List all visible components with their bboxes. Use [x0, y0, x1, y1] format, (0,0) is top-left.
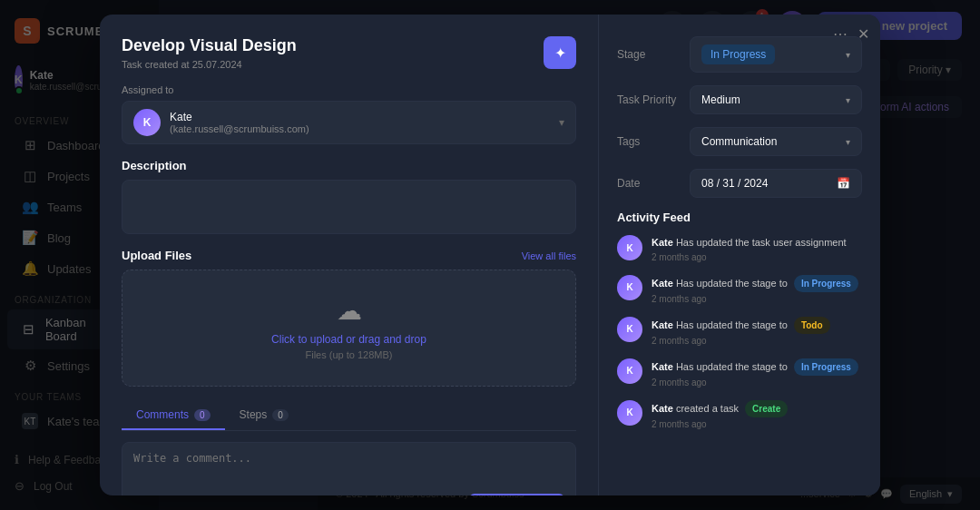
description-section: Description — [122, 159, 576, 234]
assigned-label: Assigned to — [122, 84, 576, 95]
assignee-avatar: K — [133, 109, 161, 136]
modal-overlay[interactable]: Develop Visual Design Task created at 25… — [0, 0, 980, 510]
activity-pill-inprogress: In Progress — [794, 275, 858, 292]
activity-time: 2 months ago — [652, 378, 862, 387]
modal: Develop Visual Design Task created at 25… — [100, 15, 880, 495]
tags-value: Communication — [701, 135, 777, 148]
date-value: 08 / 31 / 2024 — [701, 177, 768, 190]
assignee-info: Kate (kate.russell@scrumbuiss.com) — [170, 111, 309, 134]
activity-item-5: K Kate created a task Create 2 months ag… — [617, 400, 862, 429]
activity-label: Activity Feed — [617, 211, 862, 224]
activity-avatar: K — [617, 235, 642, 260]
activity-avatar: K — [617, 275, 642, 300]
activity-text: Kate Has updated the task user assignmen… — [652, 235, 862, 250]
comments-badge: 0 — [194, 409, 211, 421]
activity-content: Kate Has updated the task user assignmen… — [652, 235, 862, 262]
upload-label: Upload Files — [122, 249, 191, 262]
priority-field-row: Task Priority Medium ▾ — [617, 85, 862, 114]
modal-right-panel: Stage In Progress ▾ Task Priority Medium… — [599, 15, 880, 495]
steps-badge: 0 — [272, 409, 289, 421]
modal-left-panel: Develop Visual Design Task created at 25… — [100, 15, 599, 495]
chevron-down-icon: ▾ — [559, 116, 564, 129]
activity-content: Kate Has updated the stage to In Progres… — [652, 275, 862, 304]
post-comment-button[interactable]: Post comment — [469, 494, 564, 495]
activity-content: Kate Has updated the stage to Todo 2 mon… — [652, 317, 862, 346]
description-box[interactable] — [122, 180, 576, 234]
stage-value: In Progress — [701, 44, 775, 64]
date-field-row: Date 08 / 31 / 2024 📅 — [617, 169, 862, 198]
stage-label: Stage — [617, 48, 690, 61]
chevron-down-icon: ▾ — [846, 95, 850, 105]
view-all-link[interactable]: View all files — [522, 250, 576, 261]
priority-value: Medium — [701, 93, 740, 106]
tab-comments-label: Comments — [136, 408, 189, 421]
activity-pill-inprogress: In Progress — [794, 358, 858, 376]
activity-text: Kate Has updated the stage to In Progres… — [652, 358, 862, 376]
activity-time: 2 months ago — [652, 252, 862, 262]
priority-select[interactable]: Medium ▾ — [690, 85, 862, 114]
tags-field-row: Tags Communication ▾ — [617, 127, 862, 156]
tags-select[interactable]: Communication ▾ — [690, 127, 862, 156]
priority-label: Task Priority — [617, 93, 690, 106]
comment-actions: Post comment — [133, 494, 564, 495]
upload-click-text[interactable]: Click to upload — [271, 333, 343, 346]
activity-item-3: K Kate Has updated the stage to Todo 2 m… — [617, 317, 862, 346]
tab-steps-label: Steps — [240, 408, 268, 421]
activity-avatar: K — [617, 400, 642, 426]
assignee-email: (kate.russell@scrumbuiss.com) — [170, 123, 309, 134]
activity-time: 2 months ago — [652, 294, 862, 304]
stage-field-row: Stage In Progress ▾ — [617, 36, 862, 73]
upload-drag-text: or drag and drop — [343, 333, 426, 346]
chevron-down-icon: ▾ — [846, 50, 850, 60]
assignee-name: Kate — [170, 111, 309, 123]
modal-more-button[interactable]: ⋯ — [833, 25, 848, 43]
activity-time: 2 months ago — [652, 336, 862, 346]
activity-time: 2 months ago — [652, 419, 862, 429]
activity-pill-todo: Todo — [794, 317, 830, 334]
cloud-upload-icon: ☁ — [148, 296, 550, 326]
modal-title: Develop Visual Design — [122, 36, 297, 55]
activity-text: Kate created a task Create — [652, 400, 862, 417]
activity-item-1: K Kate Has updated the task user assignm… — [617, 235, 862, 262]
modal-header: Develop Visual Design Task created at 25… — [122, 36, 576, 70]
activity-text: Kate Has updated the stage to Todo — [652, 317, 862, 334]
activity-item-2: K Kate Has updated the stage to In Progr… — [617, 275, 862, 304]
activity-content: Kate created a task Create 2 months ago — [652, 400, 862, 429]
date-label: Date — [617, 177, 690, 190]
description-label: Description — [122, 159, 576, 172]
chevron-down-icon: ▾ — [846, 137, 850, 147]
activity-pill-create: Create — [745, 400, 788, 417]
modal-created-at: Task created at 25.07.2024 — [122, 59, 297, 70]
upload-text: Click to upload or drag and drop — [148, 333, 550, 346]
modal-close-button[interactable]: ✕ — [858, 25, 869, 43]
upload-section: Upload Files View all files ☁ Click to u… — [122, 249, 576, 387]
activity-item-4: K Kate Has updated the stage to In Progr… — [617, 358, 862, 387]
activity-avatar: K — [617, 317, 642, 342]
calendar-icon: 📅 — [837, 177, 850, 190]
activity-content: Kate Has updated the stage to In Progres… — [652, 358, 862, 387]
upload-hint: Files (up to 128MB) — [148, 349, 550, 360]
tags-label: Tags — [617, 135, 690, 148]
tabs-row: Comments 0 Steps 0 — [122, 401, 576, 431]
date-picker[interactable]: 08 / 31 / 2024 📅 — [690, 169, 862, 198]
assigned-person[interactable]: K Kate (kate.russell@scrumbuiss.com) ▾ — [122, 101, 576, 144]
upload-header: Upload Files View all files — [122, 249, 576, 262]
activity-section: Activity Feed K Kate Has updated the tas… — [617, 211, 862, 429]
comment-box: Post comment — [122, 442, 576, 495]
tab-comments[interactable]: Comments 0 — [122, 401, 225, 430]
comment-input[interactable] — [133, 452, 564, 485]
assigned-section: Assigned to K Kate (kate.russell@scrumbu… — [122, 84, 576, 144]
modal-title-icon: ✦ — [544, 36, 576, 69]
upload-dropzone[interactable]: ☁ Click to upload or drag and drop Files… — [122, 270, 576, 387]
activity-text: Kate Has updated the stage to In Progres… — [652, 275, 862, 292]
tab-steps[interactable]: Steps 0 — [225, 401, 303, 430]
activity-avatar: K — [617, 358, 642, 384]
